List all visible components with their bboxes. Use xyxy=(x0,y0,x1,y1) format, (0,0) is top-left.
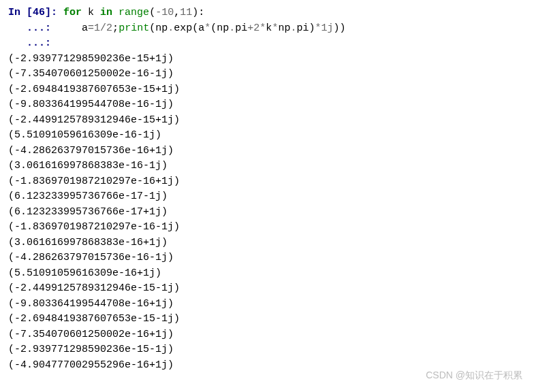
indent xyxy=(57,22,82,34)
op-star-2: * xyxy=(259,22,266,34)
op-star-1: * xyxy=(204,22,210,34)
prompt-continuation-2: ...: xyxy=(8,37,57,49)
np-2: np xyxy=(217,22,229,34)
output-line: (5.51091059616309e-16+1j) xyxy=(8,266,528,282)
output-container: (-2.939771298590236e-15+1j)(-7.354070601… xyxy=(8,52,528,374)
op-plus: + xyxy=(247,22,253,34)
output-line: (3.061616997868383e-16+1j) xyxy=(8,235,528,251)
output-line: (-2.4499125789312946e-15-1j) xyxy=(8,281,528,297)
output-line: (6.123233995736766e-17-1j) xyxy=(8,189,528,205)
np-1: np xyxy=(155,22,168,34)
output-line: (-7.354070601250002e-16-1j) xyxy=(8,67,528,82)
prompt-in-label: In [ xyxy=(8,7,33,18)
keyword-in: in xyxy=(100,7,112,18)
pi-1: pi xyxy=(235,22,247,34)
paren-close: ) xyxy=(192,7,198,18)
num-11: 11 xyxy=(180,7,192,18)
num-2: 2 xyxy=(106,22,112,34)
comma: , xyxy=(174,7,180,18)
output-line: (-7.354070601250002e-16+1j) xyxy=(8,327,528,343)
output-line: (-1.8369701987210297e-16-1j) xyxy=(8,220,528,235)
output-line: (-2.6948419387607653e-15+1j) xyxy=(8,82,528,98)
paren-open: ( xyxy=(149,7,155,18)
output-line: (-4.286263797015736e-16-1j) xyxy=(8,250,528,266)
prompt-close: ]: xyxy=(45,7,63,18)
output-line: (5.51091059616309e-16-1j) xyxy=(8,128,528,144)
space xyxy=(112,7,119,18)
input-line-3: ...: xyxy=(8,36,528,52)
num-1j: 1j xyxy=(321,22,333,34)
num-neg10: -10 xyxy=(155,7,174,18)
dot-1: . xyxy=(168,22,174,34)
num-2b: 2 xyxy=(253,22,259,34)
output-line: (-2.6948419387607653e-15-1j) xyxy=(8,312,528,327)
paren-close-2: ) xyxy=(333,22,339,34)
prompt-number: 46 xyxy=(33,7,45,18)
paren-close-1: ) xyxy=(340,22,346,34)
prompt-continuation: ...: xyxy=(8,22,57,34)
output-line: (-9.803364199544708e-16+1j) xyxy=(8,297,528,312)
pi-2: pi xyxy=(296,22,309,34)
op-slash: / xyxy=(100,22,106,34)
output-line: (-9.803364199544708e-16-1j) xyxy=(8,97,528,113)
var-a-2: a xyxy=(198,22,204,34)
paren-open-1: ( xyxy=(149,22,155,34)
builtin-range: range xyxy=(119,7,149,18)
input-line-1: In [46]: for k in range(-10,11): xyxy=(8,5,528,21)
var-k: k xyxy=(82,7,100,18)
builtin-print: print xyxy=(119,22,149,34)
output-line: (-2.939771298590236e-15-1j) xyxy=(8,342,528,358)
num-1: 1 xyxy=(94,22,100,34)
colon: : xyxy=(198,7,204,18)
paren-open-2: ( xyxy=(192,22,198,34)
output-line: (-2.939771298590236e-15+1j) xyxy=(8,52,528,67)
output-line: (6.123233995736766e-17+1j) xyxy=(8,205,528,220)
dot-2: . xyxy=(229,22,235,34)
semicolon: ; xyxy=(112,22,119,34)
exp: exp xyxy=(174,22,192,34)
np-3: np xyxy=(278,22,290,34)
op-eq: = xyxy=(88,22,94,34)
watermark: CSDN @知识在于积累 xyxy=(426,368,522,382)
paren-open-3: ( xyxy=(210,22,217,34)
var-a: a xyxy=(82,22,88,34)
output-line: (-2.4499125789312946e-15+1j) xyxy=(8,113,528,129)
output-line: (3.061616997868383e-16-1j) xyxy=(8,159,528,174)
keyword-for: for xyxy=(63,7,82,18)
output-line: (-1.8369701987210297e-16+1j) xyxy=(8,174,528,190)
output-line: (-4.286263797015736e-16+1j) xyxy=(8,144,528,159)
input-line-2: ...: a=1/2;print(np.exp(a*(np.pi+2*k*np.… xyxy=(8,21,528,37)
